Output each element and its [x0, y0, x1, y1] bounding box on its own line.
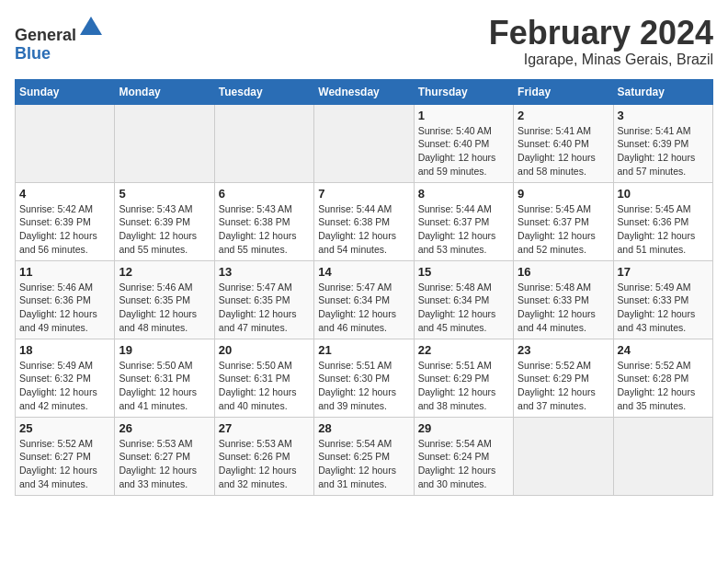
day-number: 16: [518, 265, 609, 279]
day-info: Sunrise: 5:49 AM Sunset: 6:33 PM Dayligh…: [618, 281, 709, 335]
day-number: 7: [318, 187, 409, 201]
day-number: 4: [19, 187, 110, 201]
day-info: Sunrise: 5:47 AM Sunset: 6:34 PM Dayligh…: [318, 281, 409, 335]
calendar-cell: 17Sunrise: 5:49 AM Sunset: 6:33 PM Dayli…: [613, 260, 712, 339]
day-info: Sunrise: 5:52 AM Sunset: 6:27 PM Dayligh…: [19, 437, 110, 491]
day-info: Sunrise: 5:53 AM Sunset: 6:27 PM Dayligh…: [119, 437, 210, 491]
day-number: 23: [518, 343, 609, 357]
day-info: Sunrise: 5:53 AM Sunset: 6:26 PM Dayligh…: [219, 437, 310, 491]
logo-blue-text: Blue: [15, 44, 51, 63]
day-number: 24: [618, 343, 709, 357]
calendar-cell: 2Sunrise: 5:41 AM Sunset: 6:40 PM Daylig…: [514, 104, 613, 182]
calendar-cell: [314, 104, 414, 182]
calendar-cell: 1Sunrise: 5:40 AM Sunset: 6:40 PM Daylig…: [414, 104, 513, 182]
day-info: Sunrise: 5:52 AM Sunset: 6:29 PM Dayligh…: [518, 359, 609, 413]
day-info: Sunrise: 5:48 AM Sunset: 6:33 PM Dayligh…: [518, 281, 609, 335]
calendar-cell: 12Sunrise: 5:46 AM Sunset: 6:35 PM Dayli…: [115, 260, 214, 339]
weekday-header-sunday: Sunday: [16, 79, 115, 104]
day-info: Sunrise: 5:54 AM Sunset: 6:24 PM Dayligh…: [418, 437, 509, 491]
day-number: 27: [219, 421, 310, 435]
day-number: 15: [418, 265, 509, 279]
calendar-cell: 23Sunrise: 5:52 AM Sunset: 6:29 PM Dayli…: [514, 339, 613, 417]
day-info: Sunrise: 5:46 AM Sunset: 6:36 PM Dayligh…: [19, 281, 110, 335]
day-info: Sunrise: 5:49 AM Sunset: 6:32 PM Dayligh…: [19, 359, 110, 413]
day-number: 29: [418, 421, 509, 435]
calendar-cell: 28Sunrise: 5:54 AM Sunset: 6:25 PM Dayli…: [314, 417, 414, 495]
weekday-header-saturday: Saturday: [613, 79, 712, 104]
day-info: Sunrise: 5:50 AM Sunset: 6:31 PM Dayligh…: [219, 359, 310, 413]
svg-marker-0: [80, 17, 102, 35]
day-number: 21: [318, 343, 409, 357]
day-info: Sunrise: 5:44 AM Sunset: 6:38 PM Dayligh…: [318, 202, 409, 257]
day-info: Sunrise: 5:52 AM Sunset: 6:28 PM Dayligh…: [618, 359, 709, 413]
day-number: 17: [618, 265, 709, 279]
day-number: 10: [618, 187, 709, 201]
calendar-cell: 8Sunrise: 5:44 AM Sunset: 6:37 PM Daylig…: [414, 182, 513, 260]
calendar-cell: 15Sunrise: 5:48 AM Sunset: 6:34 PM Dayli…: [414, 260, 513, 339]
day-number: 22: [418, 343, 509, 357]
day-number: 28: [318, 421, 409, 435]
day-info: Sunrise: 5:45 AM Sunset: 6:36 PM Dayligh…: [618, 202, 709, 257]
weekday-header-friday: Friday: [514, 79, 613, 104]
calendar-cell: 25Sunrise: 5:52 AM Sunset: 6:27 PM Dayli…: [16, 417, 115, 495]
day-number: 6: [219, 187, 310, 201]
day-info: Sunrise: 5:41 AM Sunset: 6:39 PM Dayligh…: [618, 124, 709, 178]
day-info: Sunrise: 5:40 AM Sunset: 6:40 PM Dayligh…: [418, 124, 509, 178]
calendar-cell: 21Sunrise: 5:51 AM Sunset: 6:30 PM Dayli…: [314, 339, 414, 417]
logo-general-text: General: [15, 26, 76, 44]
weekday-header-tuesday: Tuesday: [214, 79, 313, 104]
day-number: 5: [119, 187, 210, 201]
day-number: 11: [19, 265, 110, 279]
calendar-cell: 19Sunrise: 5:50 AM Sunset: 6:31 PM Dayli…: [115, 339, 214, 417]
calendar-cell: 9Sunrise: 5:45 AM Sunset: 6:37 PM Daylig…: [514, 182, 613, 260]
day-number: 13: [219, 265, 310, 279]
calendar-cell: 10Sunrise: 5:45 AM Sunset: 6:36 PM Dayli…: [613, 182, 712, 260]
calendar-cell: [613, 417, 712, 495]
day-number: 8: [418, 187, 509, 201]
day-number: 3: [618, 109, 709, 122]
calendar-cell: 11Sunrise: 5:46 AM Sunset: 6:36 PM Dayli…: [16, 260, 115, 339]
day-info: Sunrise: 5:43 AM Sunset: 6:38 PM Dayligh…: [219, 202, 310, 257]
day-info: Sunrise: 5:43 AM Sunset: 6:39 PM Dayligh…: [119, 202, 210, 257]
day-number: 25: [19, 421, 110, 435]
day-number: 12: [119, 265, 210, 279]
weekday-header-wednesday: Wednesday: [314, 79, 414, 104]
calendar-cell: 5Sunrise: 5:43 AM Sunset: 6:39 PM Daylig…: [115, 182, 214, 260]
weekday-header-thursday: Thursday: [414, 79, 513, 104]
day-number: 18: [19, 343, 110, 357]
day-info: Sunrise: 5:41 AM Sunset: 6:40 PM Dayligh…: [518, 124, 609, 178]
page-header: General Blue February 2024 Igarape, Mina…: [15, 15, 713, 68]
day-number: 14: [318, 265, 409, 279]
calendar-cell: 14Sunrise: 5:47 AM Sunset: 6:34 PM Dayli…: [314, 260, 414, 339]
calendar-cell: 24Sunrise: 5:52 AM Sunset: 6:28 PM Dayli…: [613, 339, 712, 417]
day-number: 20: [219, 343, 310, 357]
calendar-cell: [115, 104, 214, 182]
calendar-cell: 26Sunrise: 5:53 AM Sunset: 6:27 PM Dayli…: [115, 417, 214, 495]
title-section: February 2024 Igarape, Minas Gerais, Bra…: [489, 15, 713, 68]
calendar-cell: 20Sunrise: 5:50 AM Sunset: 6:31 PM Dayli…: [214, 339, 313, 417]
day-info: Sunrise: 5:45 AM Sunset: 6:37 PM Dayligh…: [518, 202, 609, 257]
day-number: 9: [518, 187, 609, 201]
day-info: Sunrise: 5:48 AM Sunset: 6:34 PM Dayligh…: [418, 281, 509, 335]
day-number: 26: [119, 421, 210, 435]
day-info: Sunrise: 5:51 AM Sunset: 6:29 PM Dayligh…: [418, 359, 509, 413]
calendar-subtitle: Igarape, Minas Gerais, Brazil: [489, 52, 713, 68]
calendar-cell: 16Sunrise: 5:48 AM Sunset: 6:33 PM Dayli…: [514, 260, 613, 339]
calendar-cell: 3Sunrise: 5:41 AM Sunset: 6:39 PM Daylig…: [613, 104, 712, 182]
day-number: 2: [518, 109, 609, 122]
calendar-cell: 18Sunrise: 5:49 AM Sunset: 6:32 PM Dayli…: [16, 339, 115, 417]
logo: General Blue: [15, 15, 104, 63]
day-info: Sunrise: 5:44 AM Sunset: 6:37 PM Dayligh…: [418, 202, 509, 257]
day-info: Sunrise: 5:46 AM Sunset: 6:35 PM Dayligh…: [119, 281, 210, 335]
calendar-table: SundayMondayTuesdayWednesdayThursdayFrid…: [15, 79, 713, 496]
calendar-cell: 13Sunrise: 5:47 AM Sunset: 6:35 PM Dayli…: [214, 260, 313, 339]
day-info: Sunrise: 5:50 AM Sunset: 6:31 PM Dayligh…: [119, 359, 210, 413]
calendar-cell: 29Sunrise: 5:54 AM Sunset: 6:24 PM Dayli…: [414, 417, 513, 495]
day-number: 1: [418, 109, 509, 122]
calendar-cell: [214, 104, 313, 182]
calendar-title: February 2024: [489, 15, 713, 52]
day-info: Sunrise: 5:47 AM Sunset: 6:35 PM Dayligh…: [219, 281, 310, 335]
calendar-cell: 4Sunrise: 5:42 AM Sunset: 6:39 PM Daylig…: [16, 182, 115, 260]
day-info: Sunrise: 5:54 AM Sunset: 6:25 PM Dayligh…: [318, 437, 409, 491]
calendar-cell: 6Sunrise: 5:43 AM Sunset: 6:38 PM Daylig…: [214, 182, 313, 260]
